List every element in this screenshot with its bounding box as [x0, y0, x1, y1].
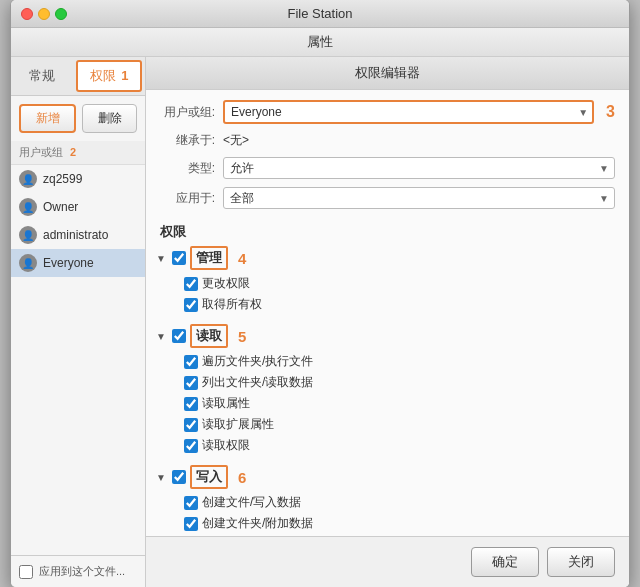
badge-2: 2 — [70, 146, 76, 158]
user-name-everyone: Everyone — [43, 256, 94, 270]
perm-label-read-attr: 读取属性 — [202, 395, 250, 412]
apply-label: 应用到这个文件... — [39, 564, 125, 579]
perm-group-label-manage: 管理 — [190, 246, 228, 270]
perm-item-create-file: 创建文件/写入数据 — [156, 492, 619, 513]
perm-item-take-ownership: 取得所有权 — [156, 294, 619, 315]
perm-group-write-header[interactable]: ▼ 写入 6 — [156, 462, 619, 492]
delete-button[interactable]: 删除 — [82, 104, 137, 133]
user-item-administrator[interactable]: 👤 administrato — [11, 221, 145, 249]
perm-fields: 用户或组: Everyone ▼ 3 继承于: <无> 类型 — [146, 90, 629, 219]
user-group-select-wrapper: Everyone ▼ — [223, 100, 594, 124]
perm-item-read-ext-attr: 读取扩展属性 — [156, 414, 619, 435]
apply-to-row: 应用于: 全部 ▼ — [160, 187, 615, 209]
user-group-select[interactable]: Everyone — [223, 100, 594, 124]
perm-item-create-folder: 创建文件夹/附加数据 — [156, 513, 619, 534]
expand-arrow-manage: ▼ — [156, 253, 168, 264]
bottom-buttons: 确定 关闭 — [146, 536, 629, 587]
tabs-row: 常规 权限 1 — [11, 57, 145, 96]
perm-item-read-attr: 读取属性 — [156, 393, 619, 414]
inherit-row: 继承于: <无> — [160, 132, 615, 149]
perm-group-read-header[interactable]: ▼ 读取 5 — [156, 321, 619, 351]
expand-arrow-read: ▼ — [156, 331, 168, 342]
main-content: 常规 权限 1 新增 删除 用户或组 2 👤 zq2599 — [11, 57, 629, 587]
perm-group-manage: ▼ 管理 4 更改权限 取得所有权 — [156, 243, 619, 315]
perm-cb-create-file[interactable] — [184, 496, 198, 510]
perm-label-change-perms: 更改权限 — [202, 275, 250, 292]
perm-label-traverse: 遍历文件夹/执行文件 — [202, 353, 313, 370]
user-name-administrator: administrato — [43, 228, 108, 242]
apply-checkbox[interactable] — [19, 565, 33, 579]
badge-5: 5 — [238, 328, 246, 345]
left-panel: 常规 权限 1 新增 删除 用户或组 2 👤 zq2599 — [11, 57, 146, 587]
perm-label-create-file: 创建文件/写入数据 — [202, 494, 301, 511]
user-icon-zq2599: 👤 — [19, 170, 37, 188]
badge-3: 3 — [606, 103, 615, 121]
badge-4: 4 — [238, 250, 246, 267]
perm-cb-traverse[interactable] — [184, 355, 198, 369]
perm-group-read: ▼ 读取 5 遍历文件夹/执行文件 列出文件夹/读取数据 — [156, 321, 619, 456]
type-row: 类型: 允许 ▼ — [160, 157, 615, 179]
user-item-owner[interactable]: 👤 Owner — [11, 193, 145, 221]
perm-cb-create-folder[interactable] — [184, 517, 198, 531]
perm-item-change-perms: 更改权限 — [156, 273, 619, 294]
perm-cb-take-ownership[interactable] — [184, 298, 198, 312]
confirm-button[interactable]: 确定 — [471, 547, 539, 577]
perm-group-write: ▼ 写入 6 创建文件/写入数据 创建文件夹/附加数据 — [156, 462, 619, 534]
tab-general[interactable]: 常规 — [11, 57, 73, 95]
perm-tree: ▼ 管理 4 更改权限 取得所有权 — [146, 243, 629, 536]
perm-item-read-perms: 读取权限 — [156, 435, 619, 456]
perm-item-traverse: 遍历文件夹/执行文件 — [156, 351, 619, 372]
perm-label-take-ownership: 取得所有权 — [202, 296, 262, 313]
perm-label-list: 列出文件夹/读取数据 — [202, 374, 313, 391]
maximize-button[interactable] — [55, 8, 67, 20]
user-icon-everyone: 👤 — [19, 254, 37, 272]
type-label: 类型: — [160, 160, 215, 177]
user-icon-administrator: 👤 — [19, 226, 37, 244]
inherit-label: 继承于: — [160, 132, 215, 149]
perm-label-read-ext-attr: 读取扩展属性 — [202, 416, 274, 433]
apply-to-select-wrapper: 全部 ▼ — [223, 187, 615, 209]
users-section-header: 用户或组 2 — [11, 141, 145, 165]
user-list: 👤 zq2599 👤 Owner 👤 administrato 👤 Everyo… — [11, 165, 145, 555]
dialog-title-bar: 属性 — [11, 28, 629, 57]
user-item-zq2599[interactable]: 👤 zq2599 — [11, 165, 145, 193]
user-group-row: 用户或组: Everyone ▼ 3 — [160, 100, 615, 124]
tab-permissions[interactable]: 权限 1 — [76, 60, 142, 92]
perm-cb-read-ext-attr[interactable] — [184, 418, 198, 432]
dialog-title: 属性 — [307, 34, 333, 49]
apply-to-label: 应用于: — [160, 190, 215, 207]
user-item-everyone[interactable]: 👤 Everyone — [11, 249, 145, 277]
perm-group-manage-header[interactable]: ▼ 管理 4 — [156, 243, 619, 273]
window-title: File Station — [287, 6, 352, 21]
perm-cb-read-perms[interactable] — [184, 439, 198, 453]
minimize-button[interactable] — [38, 8, 50, 20]
close-button-dialog[interactable]: 关闭 — [547, 547, 615, 577]
perm-editor-title: 权限编辑器 — [146, 57, 629, 90]
perm-cb-read-attr[interactable] — [184, 397, 198, 411]
perm-item-list: 列出文件夹/读取数据 — [156, 372, 619, 393]
perm-cb-change-perms[interactable] — [184, 277, 198, 291]
type-select[interactable]: 允许 — [223, 157, 615, 179]
type-select-wrapper: 允许 ▼ — [223, 157, 615, 179]
apply-row: 应用到这个文件... — [11, 555, 145, 587]
user-group-label: 用户或组: — [160, 104, 215, 121]
perm-group-label-read: 读取 — [190, 324, 228, 348]
user-icon-owner: 👤 — [19, 198, 37, 216]
main-window: File Station 属性 常规 权限 1 新增 删除 用户或组 — [10, 0, 630, 587]
perm-cb-list[interactable] — [184, 376, 198, 390]
perm-section-title: 权限 — [146, 219, 629, 243]
user-name-owner: Owner — [43, 200, 78, 214]
traffic-lights — [21, 8, 67, 20]
perm-checkbox-write[interactable] — [172, 470, 186, 484]
badge-6: 6 — [238, 469, 246, 486]
inherit-value: <无> — [223, 132, 615, 149]
apply-to-select[interactable]: 全部 — [223, 187, 615, 209]
perm-label-read-perms: 读取权限 — [202, 437, 250, 454]
add-button[interactable]: 新增 — [19, 104, 76, 133]
perm-checkbox-read[interactable] — [172, 329, 186, 343]
perm-group-label-write: 写入 — [190, 465, 228, 489]
perm-checkbox-manage[interactable] — [172, 251, 186, 265]
action-buttons: 新增 删除 — [11, 96, 145, 141]
badge-1: 1 — [121, 68, 128, 83]
close-button[interactable] — [21, 8, 33, 20]
